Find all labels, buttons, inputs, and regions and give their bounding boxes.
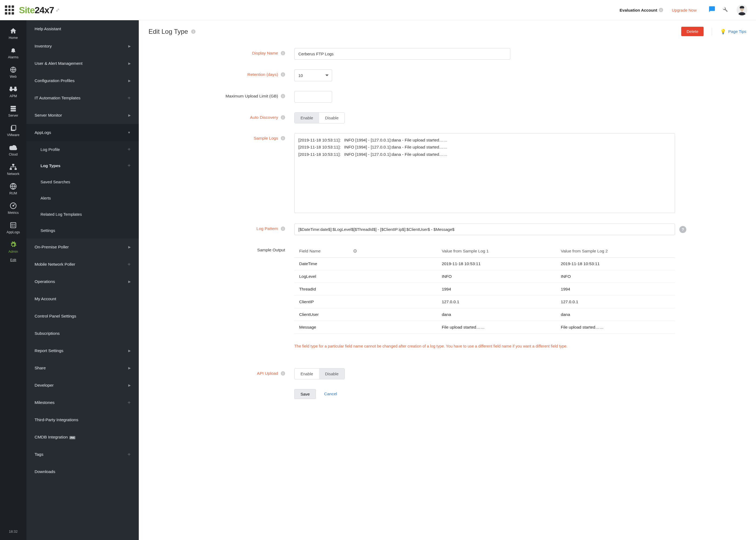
sidebar-item-it-automation-templates[interactable]: IT Automation Templates+ — [27, 89, 139, 107]
logo-part1: Site — [19, 5, 35, 15]
table-cell: ClientUser — [294, 308, 437, 321]
save-button[interactable]: Save — [294, 389, 316, 399]
svg-rect-7 — [11, 106, 16, 107]
wrench-icon[interactable] — [721, 6, 729, 14]
plus-icon[interactable]: + — [127, 146, 131, 153]
sample-output-table: Field Name⚙Value from Sample Log 1Value … — [294, 245, 675, 334]
sidebar-item-developer[interactable]: Developer▶ — [27, 377, 139, 394]
rail-item-cloud[interactable]: Cloud — [0, 140, 27, 159]
table-cell: File upload started…… — [556, 321, 675, 334]
sidebar-subitem-settings[interactable]: Settings — [27, 222, 139, 238]
info-icon[interactable]: i — [281, 94, 285, 98]
sidebar-subitem-log-types[interactable]: Log Types+ — [27, 157, 139, 174]
sidebar-item-help-assistant[interactable]: Help Assistant — [27, 20, 139, 38]
rail-item-apm[interactable]: APM — [0, 81, 27, 101]
sample-logs-textarea[interactable] — [294, 133, 675, 213]
rail-item-web[interactable]: Web — [0, 62, 27, 81]
sidebar-item-milestones[interactable]: Milestones+ — [27, 394, 139, 411]
cloud-icon — [1, 143, 25, 152]
api-upload-enable-button[interactable]: Enable — [295, 368, 319, 379]
plus-icon[interactable]: + — [127, 261, 131, 268]
sidebar-item-server-monitor[interactable]: Server Monitor▶ — [27, 107, 139, 124]
sidebar-item-my-account[interactable]: My Account — [27, 290, 139, 308]
rail-edit-link[interactable]: Edit — [10, 258, 16, 262]
sidebar-subitem-saved-searches[interactable]: Saved Searches — [27, 174, 139, 190]
rail-time: 18:32 — [9, 523, 18, 540]
rail-item-metrics[interactable]: Metrics — [0, 198, 27, 217]
sidebar-item-label: AppLogs — [35, 130, 51, 135]
chevron-right-icon: ▶ — [128, 79, 131, 82]
api-upload-disable-button[interactable]: Disable — [319, 368, 344, 379]
svg-point-19 — [12, 224, 12, 225]
sidebar-item-inventory[interactable]: Inventory▶ — [27, 38, 139, 55]
chevron-right-icon: ▶ — [128, 349, 131, 352]
chat-icon[interactable] — [708, 6, 716, 15]
rail-item-rum[interactable]: RUM — [0, 179, 27, 198]
log-pattern-input[interactable] — [294, 223, 675, 235]
app-grid-icon[interactable] — [5, 5, 14, 15]
user-avatar[interactable] — [737, 5, 747, 15]
rail-item-home[interactable]: Home — [0, 23, 27, 42]
sidebar-item-tags[interactable]: Tags+ — [27, 446, 139, 463]
world-icon — [1, 182, 25, 190]
sidebar-item-operations[interactable]: Operations▶ — [27, 273, 139, 290]
sidebar-item-downloads[interactable]: Downloads — [27, 463, 139, 480]
sidebar-item-cmdb-integration[interactable]: CMDB IntegrationPvt — [27, 429, 139, 446]
rail-item-vmware[interactable]: VMware — [0, 120, 27, 140]
info-icon[interactable]: i — [281, 115, 285, 120]
cancel-button[interactable]: Cancel — [324, 391, 337, 396]
retention-value: 10 — [298, 73, 303, 78]
rail-item-alarms[interactable]: Alarms — [0, 42, 27, 62]
sliders-icon[interactable]: ⚙ — [353, 248, 357, 254]
plus-icon[interactable]: + — [127, 400, 131, 406]
info-icon[interactable]: i — [281, 226, 285, 231]
sidebar-item-label: Third-Party Integrations — [35, 417, 78, 422]
rail-item-applogs[interactable]: AppLogs — [0, 217, 27, 237]
home-icon — [1, 27, 25, 35]
display-name-input[interactable] — [294, 48, 510, 60]
rail-label: RUM — [1, 192, 25, 195]
sidebar-subitem-log-profile[interactable]: Log Profile+ — [27, 141, 139, 157]
sidebar-item-share[interactable]: Share▶ — [27, 359, 139, 377]
sidebar-item-third-party-integrations[interactable]: Third-Party Integrations — [27, 411, 139, 429]
info-icon[interactable]: i — [191, 30, 195, 34]
sidebar-item-mobile-network-poller[interactable]: Mobile Network Poller+ — [27, 256, 139, 273]
max-upload-input[interactable] — [294, 91, 332, 103]
info-icon[interactable]: i — [281, 51, 285, 55]
sidebar-item-applogs[interactable]: AppLogs▼ — [27, 124, 139, 141]
sidebar-item-on-premise-poller[interactable]: On-Premise Poller▶ — [27, 238, 139, 256]
sidebar-item-user-alert-management[interactable]: User & Alert Management▶ — [27, 55, 139, 72]
sidebar-item-subscriptions[interactable]: Subscriptions — [27, 325, 139, 342]
retention-select[interactable]: 10 — [294, 69, 332, 81]
sidebar-subitem-related-log-templates[interactable]: Related Log Templates — [27, 206, 139, 222]
rail-item-server[interactable]: Server — [0, 101, 27, 120]
svg-rect-8 — [11, 108, 16, 109]
label-api-upload: API Upload i — [149, 368, 294, 376]
plus-icon[interactable]: + — [127, 163, 131, 169]
sidebar-item-configuration-profiles[interactable]: Configuration Profiles▶ — [27, 72, 139, 89]
upgrade-now-link[interactable]: Upgrade Now — [672, 8, 696, 12]
delete-button[interactable]: Delete — [681, 27, 703, 36]
product-logo[interactable]: Site24x7 ⤢ — [19, 5, 60, 15]
eval-text: Evaluation Account — [620, 8, 657, 12]
help-icon[interactable]: ? — [679, 226, 686, 233]
auto-discovery-disable-button[interactable]: Disable — [319, 113, 344, 123]
sidebar-item-report-settings[interactable]: Report Settings▶ — [27, 342, 139, 359]
info-icon[interactable]: i — [281, 136, 285, 140]
info-icon[interactable]: i — [281, 72, 285, 77]
expand-icon[interactable]: ⤢ — [56, 8, 60, 12]
rail-item-network[interactable]: Network — [0, 159, 27, 179]
page-tips-link[interactable]: 💡 Page Tips — [720, 29, 746, 35]
auto-discovery-enable-button[interactable]: Enable — [295, 113, 319, 123]
sidebar-item-control-panel-settings[interactable]: Control Panel Settings — [27, 308, 139, 325]
sidebar-item-label: Mobile Network Poller — [35, 262, 75, 267]
rail-label: Cloud — [1, 153, 25, 156]
info-icon[interactable]: i — [281, 371, 285, 375]
info-icon[interactable]: i — [659, 8, 663, 12]
plus-icon[interactable]: + — [127, 95, 131, 101]
rail-item-admin[interactable]: Admin — [0, 237, 27, 256]
svg-rect-9 — [11, 110, 16, 111]
sidebar-subitem-alerts[interactable]: Alerts — [27, 190, 139, 206]
bulb-icon: 💡 — [720, 29, 726, 35]
plus-icon[interactable]: + — [127, 452, 131, 458]
